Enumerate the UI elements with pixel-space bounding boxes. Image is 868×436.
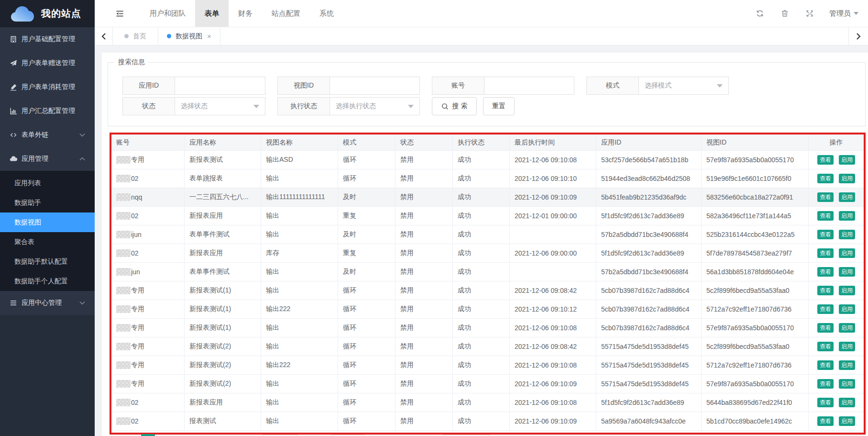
cell-exec-status: 成功 [453,169,510,188]
enable-button[interactable]: 启用 [839,323,855,333]
view-button[interactable]: 查看 [817,211,834,221]
close-icon[interactable]: × [207,33,211,40]
enable-button[interactable]: 启用 [839,211,855,221]
account-input[interactable] [484,77,574,94]
sidebar-item-user-base-config[interactable]: 用户基础配置管理 [0,27,95,51]
cell-account: 专用 [111,300,185,319]
enable-button[interactable]: 启用 [839,248,855,258]
top-menu-users-teams[interactable]: 用户和团队 [140,0,195,27]
enable-button[interactable]: 启用 [839,174,855,183]
cell-exec-status: 成功 [453,393,510,412]
enable-button[interactable]: 启用 [839,398,855,407]
enable-button[interactable]: 启用 [839,192,855,202]
enable-button[interactable]: 启用 [839,155,855,165]
cell-status: 禁用 [396,225,453,244]
top-menu-forms[interactable]: 表单 [195,0,229,27]
view-button[interactable]: 查看 [817,248,834,258]
sidebar-subitem-data-view[interactable]: 数据视图 [0,212,95,232]
enable-button[interactable]: 启用 [839,304,855,314]
sidebar-subitem-aggregate-table[interactable]: 聚合表 [0,232,95,252]
view-id-input[interactable] [330,77,419,94]
view-button[interactable]: 查看 [817,398,834,407]
cell-view-id: 5712a7c92eff1e71807d6736 [702,300,809,319]
view-button[interactable]: 查看 [817,230,834,239]
view-button[interactable]: 查看 [817,192,834,202]
column-header: 最后执行时间 [510,134,596,151]
column-header: 应用ID [596,134,702,151]
view-button[interactable]: 查看 [817,174,834,183]
enable-button[interactable]: 启用 [839,360,855,370]
pagination-active-page[interactable] [141,434,155,436]
view-button[interactable]: 查看 [817,342,834,351]
enable-button[interactable]: 启用 [839,286,855,295]
app-id-input[interactable] [175,77,265,94]
reset-button[interactable]: 重置 [483,97,515,115]
cell-account: 专用 [111,319,185,337]
sidebar-item-form-external-link[interactable]: 表单外链 [0,123,95,147]
fullscreen-icon[interactable] [805,9,814,18]
view-button[interactable]: 查看 [817,304,834,314]
cell-last-time [510,225,596,244]
sidebar-item-form-consume[interactable]: 用户表单消耗管理 [0,75,95,99]
cell-mode: 循环 [338,169,396,188]
enable-button[interactable]: 启用 [839,416,855,426]
cell-status: 禁用 [396,319,453,337]
tab-home[interactable]: 首页 [113,27,158,45]
enable-button[interactable]: 启用 [839,342,855,351]
cell-account: 专用 [111,356,185,375]
enable-button[interactable]: 启用 [839,267,855,277]
sidebar-item-form-gift[interactable]: 用户表单赠送管理 [0,51,95,75]
cell-app-name: 新报表测试(2) [185,337,261,356]
cell-account: 专用 [111,375,185,393]
enable-button[interactable]: 启用 [839,230,855,239]
top-menu-finance[interactable]: 财务 [229,0,262,27]
tab-data-view[interactable]: 数据视图 × [158,27,220,45]
redaction-mosaic [116,156,131,164]
sidebar-subitem-helper-default-config[interactable]: 数据助手默认配置 [0,252,95,271]
cell-app-name: 新报表测试(2) [185,356,261,375]
collapse-sidebar-button[interactable] [115,0,125,27]
collapse-menu-icon [115,9,124,18]
sidebar-item-app-management[interactable]: 应用管理 [0,147,95,171]
cell-last-time: 2021-12-06 09:10:08 [510,393,596,412]
sidebar-item-app-center-management[interactable]: 应用中心管理 [0,291,95,315]
cell-exec-status: 成功 [453,319,510,337]
search-button[interactable]: 搜 索 [432,97,477,115]
sidebar-subitem-label: 应用列表 [14,179,41,188]
cell-exec-status: 成功 [453,281,510,300]
top-menu-site-config[interactable]: 站点配置 [262,0,310,27]
view-button[interactable]: 查看 [817,360,834,370]
status-select[interactable]: 选择状态 [175,98,265,115]
cell-exec-status: 成功 [453,207,510,225]
topbar-actions: 管理员 [739,0,868,27]
sidebar-subitem-helper-personal-config[interactable]: 数据助手个人配置 [0,271,95,291]
view-button[interactable]: 查看 [817,416,834,426]
sidebar-item-summary-config[interactable]: 用户汇总配置管理 [0,99,95,123]
exec-status-select[interactable]: 选择执行状态 [330,98,419,115]
table-row: 专用新报表测试输出ASD循环禁用成功2021-12-06 09:10:0853c… [111,151,864,169]
view-button[interactable]: 查看 [817,286,834,295]
cell-status: 禁用 [396,188,453,207]
sidebar-subitem-data-helper[interactable]: 数据助手 [0,193,95,212]
account-suffix: 02 [131,212,139,220]
view-button[interactable]: 查看 [817,155,834,165]
mode-select[interactable]: 选择模式 [639,77,728,94]
chevron-left-icon [101,33,106,40]
user-menu[interactable]: 管理员 [829,9,858,18]
view-button[interactable]: 查看 [817,323,834,333]
cell-status: 禁用 [396,281,453,300]
sidebar-subitem-app-list[interactable]: 应用列表 [0,173,95,193]
tabs-scroll-right-button[interactable] [848,27,868,45]
page-tab-bar: 首页 数据视图 × [95,27,868,45]
top-menu-system[interactable]: 系统 [310,0,343,27]
account-suffix: 专用 [131,324,144,332]
tabs-scroll-left-button[interactable] [95,27,113,45]
view-button[interactable]: 查看 [817,379,834,389]
field-label: 账号 [432,77,484,94]
refresh-icon[interactable] [756,9,764,18]
cell-app-name: 新报表测试(1) [185,281,261,300]
cell-status: 禁用 [396,375,453,393]
enable-button[interactable]: 启用 [839,379,855,389]
trash-icon[interactable] [780,9,789,18]
view-button[interactable]: 查看 [817,267,834,277]
